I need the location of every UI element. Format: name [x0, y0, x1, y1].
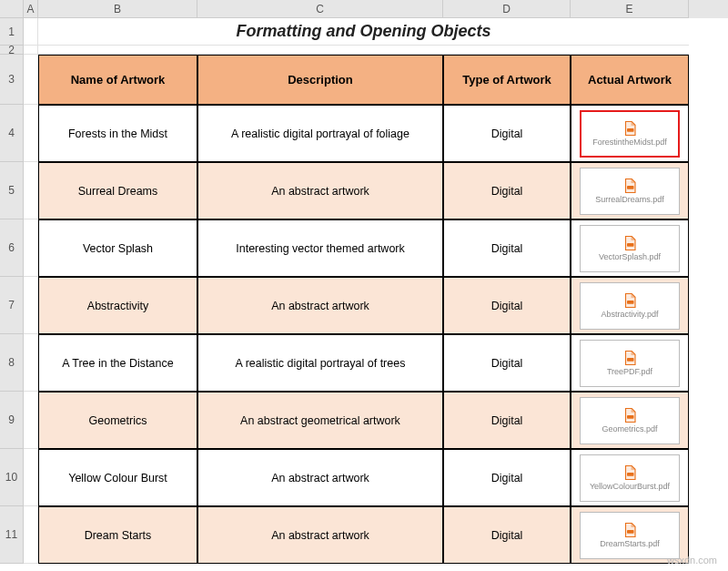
row-header-11[interactable]: 11	[0, 506, 24, 564]
cell-artwork[interactable]: TreePDF.pdf	[571, 334, 689, 392]
row-header-4[interactable]: 4	[0, 105, 24, 162]
cell-name[interactable]: Yellow Colour Burst	[38, 449, 197, 506]
table-body: 4Forests in the MidstA realistic digital…	[0, 105, 728, 564]
row-header-1[interactable]: 1	[0, 18, 24, 46]
row-header-3[interactable]: 3	[0, 55, 24, 105]
row-header-5[interactable]: 5	[0, 162, 24, 219]
svg-rect-6	[627, 473, 634, 476]
cell-name[interactable]: A Tree in the Distance	[38, 334, 197, 392]
embedded-file-label: VectorSplash.pdf	[599, 253, 661, 262]
embedded-pdf-object[interactable]: VectorSplash.pdf	[580, 225, 680, 272]
pdf-file-icon	[622, 120, 638, 137]
cell-A5[interactable]	[24, 162, 38, 219]
col-header-C[interactable]: C	[197, 0, 443, 18]
cell-name[interactable]: Forests in the Midst	[38, 105, 197, 162]
cell-A3[interactable]	[24, 55, 38, 105]
cell-name[interactable]: Vector Splash	[38, 219, 197, 277]
cell-A1[interactable]	[24, 18, 38, 46]
svg-rect-4	[627, 358, 634, 362]
cell-type[interactable]: Digital	[443, 219, 571, 277]
cell-description[interactable]: An abstract artwork	[197, 506, 443, 564]
cell-artwork[interactable]: ForestintheMidst.pdf	[571, 105, 689, 162]
table-header-type[interactable]: Type of Artwork	[443, 55, 571, 105]
embedded-pdf-object[interactable]: ForestintheMidst.pdf	[580, 110, 680, 158]
cell-A4[interactable]	[24, 105, 38, 162]
row-header-7[interactable]: 7	[0, 277, 24, 334]
embedded-file-label: Abstractivity.pdf	[602, 311, 659, 320]
cell-A2[interactable]	[24, 46, 38, 55]
table-header-name[interactable]: Name of Artwork	[38, 55, 197, 105]
embedded-file-label: ForestintheMidst.pdf	[592, 138, 667, 148]
cell-artwork[interactable]: YellowColourBurst.pdf	[571, 449, 689, 506]
embedded-file-label: DreamStarts.pdf	[600, 540, 660, 549]
svg-rect-1	[627, 186, 634, 189]
cell-description[interactable]: An abstract artwork	[197, 162, 443, 219]
row-header-6[interactable]: 6	[0, 219, 24, 277]
embedded-pdf-object[interactable]: DreamStarts.pdf	[580, 512, 680, 559]
row-header-10[interactable]: 10	[0, 449, 24, 506]
cell-description[interactable]: An abstract geometrical artwork	[197, 392, 443, 449]
cell-type[interactable]: Digital	[443, 392, 571, 449]
col-header-E[interactable]: E	[571, 0, 689, 18]
cell-description[interactable]: A realistic digital portrayal of trees	[197, 334, 443, 392]
cell-type[interactable]: Digital	[443, 105, 571, 162]
cell-artwork[interactable]: SurrealDreams.pdf	[571, 162, 689, 219]
row-header-8[interactable]: 8	[0, 334, 24, 392]
cell-A7[interactable]	[24, 277, 38, 334]
table-header-actual[interactable]: Actual Artwork	[571, 55, 689, 105]
cell-artwork[interactable]: Abstractivity.pdf	[571, 277, 689, 334]
col-header-B[interactable]: B	[38, 0, 197, 18]
cell-name[interactable]: Dream Starts	[38, 506, 197, 564]
cell-type[interactable]: Digital	[443, 277, 571, 334]
pdf-file-icon	[622, 464, 638, 481]
cell-type[interactable]: Digital	[443, 334, 571, 392]
page-title[interactable]: Formatting and Opening Objects	[38, 18, 689, 46]
cell-artwork[interactable]: Geometrics.pdf	[571, 392, 689, 449]
table-row: 5Surreal DreamsAn abstract artworkDigita…	[0, 162, 728, 219]
cell-A11[interactable]	[24, 506, 38, 564]
pdf-file-icon	[622, 350, 638, 366]
svg-rect-2	[627, 243, 634, 247]
cell-description[interactable]: A realistic digital portrayal of foliage	[197, 105, 443, 162]
cell-A9[interactable]	[24, 392, 38, 449]
svg-rect-7	[627, 530, 634, 534]
pdf-file-icon	[622, 178, 638, 194]
select-all-corner[interactable]	[0, 0, 24, 18]
cell-name[interactable]: Surreal Dreams	[38, 162, 197, 219]
cell-name[interactable]: Geometrics	[38, 392, 197, 449]
column-header-row: A B C D E	[0, 0, 728, 18]
cell-description[interactable]: Interesting vector themed artwork	[197, 219, 443, 277]
cell-A10[interactable]	[24, 449, 38, 506]
cell-type[interactable]: Digital	[443, 449, 571, 506]
embedded-pdf-object[interactable]: Abstractivity.pdf	[580, 282, 680, 330]
svg-rect-0	[627, 128, 634, 132]
embedded-pdf-object[interactable]: SurrealDreams.pdf	[580, 168, 680, 215]
cell-description[interactable]: An abstract artwork	[197, 449, 443, 506]
pdf-file-icon	[622, 407, 638, 423]
table-header-description[interactable]: Description	[197, 55, 443, 105]
embedded-file-label: YellowColourBurst.pdf	[590, 483, 670, 492]
svg-rect-5	[627, 415, 634, 419]
cell-gap-2[interactable]	[38, 46, 689, 55]
embedded-file-label: TreePDF.pdf	[607, 368, 652, 377]
cell-type[interactable]: Digital	[443, 506, 571, 564]
embedded-pdf-object[interactable]: TreePDF.pdf	[580, 340, 680, 387]
cell-description[interactable]: An abstract artwork	[197, 277, 443, 334]
cell-artwork[interactable]: VectorSplash.pdf	[571, 219, 689, 277]
col-header-D[interactable]: D	[443, 0, 571, 18]
svg-rect-3	[627, 301, 634, 304]
col-header-A[interactable]: A	[24, 0, 38, 18]
embedded-pdf-object[interactable]: Geometrics.pdf	[580, 397, 680, 444]
table-row: 8A Tree in the DistanceA realistic digit…	[0, 334, 728, 392]
embedded-pdf-object[interactable]: YellowColourBurst.pdf	[580, 454, 680, 502]
cell-name[interactable]: Abstractivity	[38, 277, 197, 334]
cell-type[interactable]: Digital	[443, 162, 571, 219]
table-row: 7AbstractivityAn abstract artworkDigital…	[0, 277, 728, 334]
table-row: 10Yellow Colour BurstAn abstract artwork…	[0, 449, 728, 506]
row-header-9[interactable]: 9	[0, 392, 24, 449]
row-header-2[interactable]: 2	[0, 46, 24, 55]
cell-A6[interactable]	[24, 219, 38, 277]
embedded-file-label: Geometrics.pdf	[602, 425, 657, 434]
table-row: 9GeometricsAn abstract geometrical artwo…	[0, 392, 728, 449]
cell-A8[interactable]	[24, 334, 38, 392]
